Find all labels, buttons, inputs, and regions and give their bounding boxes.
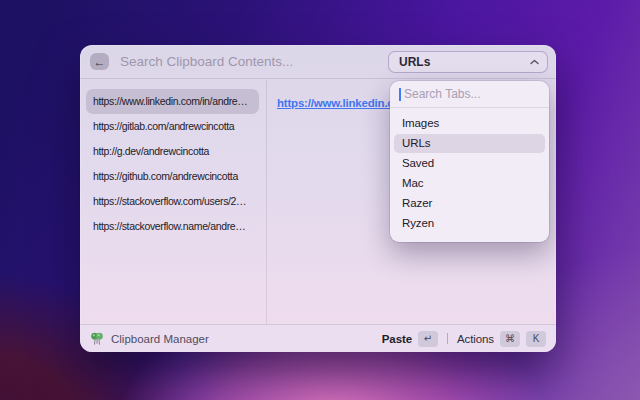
list-item[interactable]: https://stackoverflow.name/andrew-… [86, 214, 259, 239]
actions-label: Actions [457, 333, 494, 345]
chevron-up-icon [530, 59, 539, 65]
return-key-icon: ↵ [418, 331, 438, 347]
app-name: Clipboard Manager [111, 333, 209, 345]
footer-divider [447, 333, 448, 344]
filter-option[interactable]: URLs [394, 134, 545, 153]
actions-menu-button[interactable]: Actions ⌘ K [457, 331, 546, 347]
list-item[interactable]: https://github.com/andrewcincotta [86, 164, 259, 189]
tabs-search-input[interactable] [402, 86, 540, 102]
filter-option[interactable]: Images [394, 114, 545, 133]
filter-dropdown-value: URLs [399, 55, 430, 69]
filter-option[interactable]: Saved [394, 154, 545, 173]
text-caret [399, 88, 401, 101]
clipboard-manager-window: ← URLs https://www.linkedin.com/in/andre… [80, 45, 556, 352]
filter-option[interactable]: Razer [394, 194, 545, 213]
list-item[interactable]: https://stackoverflow.com/users/207… [86, 189, 259, 214]
paste-label: Paste [382, 333, 412, 345]
search-input[interactable] [118, 53, 388, 70]
back-button[interactable]: ← [90, 53, 109, 70]
filter-dropdown-panel: Images URLs Saved Mac Razer Ryzen [390, 81, 549, 242]
filter-dropdown-button[interactable]: URLs [388, 51, 548, 73]
filter-option[interactable]: Ryzen [394, 214, 545, 233]
desktop-background: { "header": { "back_icon": "←", "search_… [0, 0, 640, 400]
top-bar: ← URLs [80, 45, 556, 79]
filter-options-list: Images URLs Saved Mac Razer Ryzen [390, 108, 549, 242]
list-item[interactable]: https://gitlab.com/andrewcincotta [86, 114, 259, 139]
app-icon [90, 332, 104, 346]
list-item[interactable]: http://g.dev/andrewcincotta [86, 139, 259, 164]
paste-action-button[interactable]: Paste ↵ [382, 331, 438, 347]
command-key-icon: ⌘ [500, 331, 520, 347]
clipboard-list: https://www.linkedin.com/in/andrew… http… [80, 80, 266, 324]
k-key-icon: K [526, 331, 546, 347]
tabs-search-row [390, 81, 549, 108]
back-arrow-icon: ← [94, 56, 106, 68]
list-item[interactable]: https://www.linkedin.com/in/andrew… [86, 89, 259, 114]
status-bar: Clipboard Manager Paste ↵ Actions ⌘ K [80, 324, 556, 352]
filter-option[interactable]: Mac [394, 174, 545, 193]
